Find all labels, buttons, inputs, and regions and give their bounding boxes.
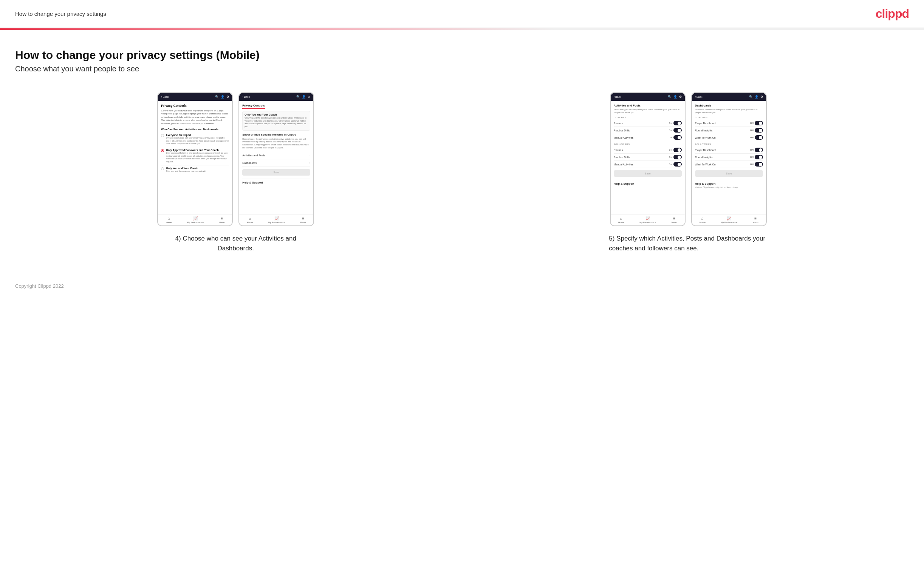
footer-menu-1[interactable]: ≡ Menu [219,216,225,224]
person-icon-1[interactable]: 👤 [221,95,225,98]
coaches-drills-on-label: ON [669,129,672,131]
option-you-coach[interactable]: Only You and Your Coach Only you and the… [161,165,229,174]
menu-icon-1: ≡ [221,216,223,221]
info-box-title-2: Only You and Your Coach [244,113,308,116]
help-support-3: Help & Support [614,180,682,185]
radio-you-coach[interactable] [161,167,164,170]
radio-everyone[interactable] [161,134,164,137]
footer-menu-label-3: Menu [672,221,677,224]
followers-label-3: FOLLOWERS [614,143,682,145]
footer-menu-3[interactable]: ≡ Menu [672,216,677,224]
coaches-manual-row: Manual Activities ON [614,134,682,141]
info-box-2: Only You and Your Coach Only you and the… [242,111,310,131]
privacy-controls-desc: Control how you and your data appears to… [161,109,229,125]
activities-posts-chevron: › [310,154,311,157]
option-approved-text: Only Approved Followers and Your Coach O… [166,149,229,163]
search-icon-4[interactable]: 🔍 [749,95,753,98]
coaches-what-to-work-row: What To Work On ON [695,134,763,141]
menu-icon-2: ≡ [302,216,304,221]
coaches-rounds-toggle[interactable] [674,121,682,126]
save-button-2[interactable]: Save [242,169,310,176]
info-box-desc-2: Only you and the coaches you connect wit… [244,117,308,128]
coaches-manual-on-label: ON [669,136,672,139]
coaches-player-dashboard-on-label: ON [750,122,754,124]
followers-manual-row: Manual Activities ON [614,161,682,168]
search-icon-3[interactable]: 🔍 [668,95,672,98]
footer-performance-3[interactable]: 📈 My Performance [640,216,656,224]
activities-posts-link[interactable]: Activities and Posts › [242,152,310,160]
help-support-4: Help & Support [695,180,763,185]
phone-screen-2: ‹ Back 🔍 👤 ⚙ Privacy Controls Only You a… [239,92,314,226]
followers-rounds-label: Rounds [614,149,623,152]
coaches-what-to-work-toggle[interactable] [755,135,763,140]
footer-home-3[interactable]: ⌂ Home [618,216,624,224]
settings-icon-3[interactable]: ⚙ [679,95,682,98]
privacy-controls-tab[interactable]: Privacy Controls [242,104,265,109]
save-button-4[interactable]: Save [695,170,763,177]
header-icons-3: 🔍 👤 ⚙ [668,95,682,98]
followers-what-to-work-row: What To Work On ON [695,161,763,168]
option-everyone[interactable]: Everyone on Clippd Everyone on Clippd ca… [161,132,229,147]
dashboards-desc: Select the dashboards that you'd like to… [695,108,763,114]
footer-home-label-1: Home [166,221,171,224]
coaches-round-insights-toggle[interactable] [755,128,763,132]
footer-performance-label-4: My Performance [721,221,737,224]
followers-drills-toggle[interactable] [674,155,682,160]
person-icon-2[interactable]: 👤 [302,95,306,98]
back-button-1[interactable]: ‹ Back [161,95,168,98]
search-icon-2[interactable]: 🔍 [296,95,300,98]
back-button-2[interactable]: ‹ Back [242,95,250,98]
followers-player-dashboard-toggle[interactable] [755,148,763,152]
phone-footer-1: ⌂ Home 📈 My Performance ≡ Menu [158,214,232,226]
group-5: ‹ Back 🔍 👤 ⚙ Activities and Posts Select… [468,92,909,253]
top-bar: How to change your privacy settings clip… [0,0,924,28]
person-icon-3[interactable]: 👤 [674,95,677,98]
footer-home-1[interactable]: ⌂ Home [166,216,171,224]
logo: clippd [876,7,909,21]
activities-posts-label: Activities and Posts [242,154,265,157]
phone-screen-3: ‹ Back 🔍 👤 ⚙ Activities and Posts Select… [610,92,685,226]
settings-icon-2[interactable]: ⚙ [308,95,310,98]
coaches-player-dashboard-row: Player Dashboard ON [695,120,763,127]
followers-manual-toggle-wrap: ON [669,162,682,166]
activities-posts-title: Activities and Posts [614,104,682,107]
settings-icon-1[interactable]: ⚙ [226,95,229,98]
back-button-3[interactable]: ‹ Back [614,95,621,98]
radio-approved[interactable] [161,149,164,152]
followers-manual-toggle[interactable] [674,162,682,166]
followers-drills-on-label: ON [669,156,672,158]
dashboards-link[interactable]: Dashboards › [242,160,310,167]
footer-home-4[interactable]: ⌂ Home [699,216,706,224]
footer-menu-2[interactable]: ≡ Menu [300,216,306,224]
followers-what-to-work-toggle-wrap: ON [750,162,763,166]
group-4: ‹ Back 🔍 👤 ⚙ Privacy Controls Control ho… [15,92,457,253]
main-content: How to change your privacy settings (Mob… [0,30,924,276]
followers-round-insights-toggle[interactable] [755,155,763,160]
followers-rounds-toggle[interactable] [674,148,682,152]
screenshot-pair-4: ‹ Back 🔍 👤 ⚙ Privacy Controls Control ho… [157,92,314,226]
settings-icon-4[interactable]: ⚙ [760,95,763,98]
coaches-drills-toggle[interactable] [674,128,682,132]
footer-performance-4[interactable]: 📈 My Performance [721,216,737,224]
caption-group-5-text: 5) Specify which Activities, Posts and D… [609,235,765,252]
footer-performance-2[interactable]: 📈 My Performance [268,216,285,224]
footer-menu-4[interactable]: ≡ Menu [753,216,758,224]
coaches-manual-toggle[interactable] [674,135,682,140]
person-icon-4[interactable]: 👤 [755,95,758,98]
followers-rounds-on-label: ON [669,149,672,151]
coaches-player-dashboard-toggle[interactable] [755,121,763,126]
followers-drills-row: Practice Drills ON [614,154,682,161]
option-approved[interactable]: Only Approved Followers and Your Coach O… [161,147,229,165]
followers-round-insights-on-label: ON [750,156,754,158]
coaches-player-dashboard-label: Player Dashboard [695,122,716,125]
footer-home-2[interactable]: ⌂ Home [247,216,253,224]
followers-label-4: FOLLOWERS [695,143,763,145]
followers-what-to-work-toggle[interactable] [755,162,763,166]
phone-header-3: ‹ Back 🔍 👤 ⚙ [611,93,685,101]
coaches-rounds-on-label: ON [669,122,672,124]
caption-group-4: 4) Choose who can see your Activities an… [157,234,315,253]
back-button-4[interactable]: ‹ Back [695,95,703,98]
footer-performance-1[interactable]: 📈 My Performance [187,216,204,224]
search-icon-1[interactable]: 🔍 [215,95,219,98]
save-button-3[interactable]: Save [614,170,682,177]
